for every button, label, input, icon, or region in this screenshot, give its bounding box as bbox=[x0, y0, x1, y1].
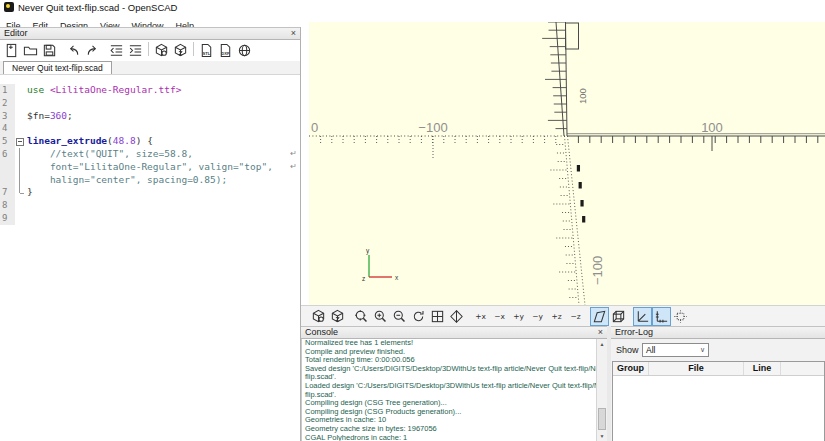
close-icon[interactable]: × bbox=[291, 28, 296, 39]
export-dxf-button[interactable]: DXF bbox=[216, 41, 235, 60]
zoom-out-button[interactable] bbox=[390, 307, 409, 326]
fold-margin bbox=[15, 110, 24, 123]
export-stl-button[interactable]: STL bbox=[197, 41, 216, 60]
svg-text:100: 100 bbox=[701, 120, 723, 135]
open-button[interactable] bbox=[21, 41, 40, 60]
print-3d-button[interactable] bbox=[235, 41, 254, 60]
axis-minus-z-icon: −z bbox=[570, 312, 580, 321]
view-back-button[interactable]: +y bbox=[509, 307, 528, 326]
show-axes-icon bbox=[635, 309, 650, 324]
error-filter-dropdown[interactable]: All ∨ bbox=[642, 343, 709, 357]
perspective-button[interactable] bbox=[590, 307, 609, 326]
scroll-up-icon[interactable]: ▲ bbox=[597, 339, 607, 349]
zoom-all-button[interactable] bbox=[352, 307, 371, 326]
editor-tab-bar: Never Quit text-flip.scad bbox=[0, 61, 300, 75]
column-header-group: Group bbox=[613, 362, 649, 375]
view-right-button[interactable]: +x bbox=[471, 307, 490, 326]
fold-margin[interactable] bbox=[15, 135, 24, 148]
render-button[interactable] bbox=[171, 41, 190, 60]
line-number: 3 bbox=[0, 110, 15, 123]
error-table: GroupFileLine bbox=[612, 361, 825, 441]
toolbar-separator bbox=[148, 42, 149, 56]
axis-minus-x-icon: −x bbox=[494, 312, 505, 321]
view-toolbar: +x−x+y−y+z−z bbox=[301, 305, 825, 326]
zoom-all-icon bbox=[354, 309, 369, 324]
scrollbar-thumb[interactable] bbox=[598, 408, 606, 430]
column-header-file: File bbox=[649, 362, 744, 375]
wrap-marker-icon: ↵ bbox=[290, 161, 297, 174]
viewport-canvas: 0−100100100−100yzx bbox=[309, 22, 825, 305]
view-front-button[interactable]: −y bbox=[528, 307, 547, 326]
line-number bbox=[0, 174, 15, 187]
svg-text:DXF: DXF bbox=[221, 51, 230, 56]
code-row: 5linear_extrude(48.8) { bbox=[0, 135, 300, 148]
editor-panel-title: Editor bbox=[4, 28, 28, 38]
export-dxf-icon: DXF bbox=[218, 43, 233, 58]
save-button[interactable] bbox=[40, 41, 59, 60]
error-log-filter-row: Show All ∨ bbox=[611, 340, 825, 358]
code-text bbox=[24, 212, 27, 225]
unindent-button[interactable] bbox=[107, 41, 126, 60]
line-number: 8 bbox=[0, 199, 15, 212]
column-header-line: Line bbox=[744, 362, 781, 375]
view-left-button[interactable]: −x bbox=[490, 307, 509, 326]
new-file-button[interactable] bbox=[2, 41, 21, 60]
title-bar: Never Quit text-flip.scad - OpenSCAD bbox=[0, 0, 825, 15]
error-log-header: Error-Log bbox=[611, 326, 825, 339]
error-filter-value: All bbox=[646, 345, 655, 355]
redo-button[interactable] bbox=[83, 41, 102, 60]
zoom-in-icon bbox=[373, 309, 388, 324]
indent-button[interactable] bbox=[126, 41, 145, 60]
code-row: 1use <LilitaOne-Regular.ttf> bbox=[0, 84, 300, 97]
console-output: Normalized tree has 1 elements!Compile a… bbox=[301, 339, 607, 441]
render-button[interactable] bbox=[328, 307, 347, 326]
view-all-button[interactable] bbox=[428, 307, 447, 326]
viewport-3d[interactable]: 0−100100100−100yzx bbox=[309, 22, 825, 305]
close-icon[interactable]: × bbox=[598, 327, 603, 338]
tab-never-quit-text-flip[interactable]: Never Quit text-flip.scad bbox=[3, 61, 112, 74]
openscad-logo-icon bbox=[4, 2, 14, 12]
perspective-icon bbox=[592, 309, 607, 324]
zoom-in-button[interactable] bbox=[371, 307, 390, 326]
new-file-icon bbox=[4, 43, 19, 58]
svg-text:−100: −100 bbox=[418, 120, 447, 135]
column-header-blank bbox=[781, 362, 824, 375]
preview-button[interactable] bbox=[309, 307, 328, 326]
view-bottom-button[interactable]: −z bbox=[566, 307, 585, 326]
code-text bbox=[24, 199, 27, 212]
code-text: use <LilitaOne-Regular.ttf> bbox=[24, 84, 181, 97]
wrap-marker-icon: ↵ bbox=[290, 148, 297, 161]
render-icon bbox=[330, 309, 345, 324]
orthogonal-icon bbox=[611, 309, 626, 324]
view-top-button[interactable]: +z bbox=[547, 307, 566, 326]
console-scrollbar[interactable]: ▲ ▼ bbox=[596, 339, 607, 441]
svg-text:100: 100 bbox=[577, 88, 588, 104]
show-crosshairs-button[interactable] bbox=[671, 307, 690, 326]
code-row: 2 bbox=[0, 97, 300, 110]
preview-button[interactable] bbox=[152, 41, 171, 60]
show-axes-button[interactable] bbox=[633, 307, 652, 326]
axis-minus-y-icon: −y bbox=[532, 312, 543, 321]
show-edges-button[interactable] bbox=[447, 307, 466, 326]
code-row: 9 bbox=[0, 212, 300, 225]
scroll-down-icon[interactable]: ▼ bbox=[597, 431, 607, 441]
code-row: 4 bbox=[0, 122, 300, 135]
editor-panel-header: Editor × bbox=[0, 27, 300, 40]
render-icon bbox=[173, 43, 188, 58]
svg-text:−100: −100 bbox=[590, 256, 605, 285]
console-panel-title: Console bbox=[305, 327, 338, 337]
console-panel: Console × Normalized tree has 1 elements… bbox=[301, 326, 607, 441]
error-table-header: GroupFileLine bbox=[613, 362, 824, 376]
line-number: 2 bbox=[0, 97, 15, 110]
code-editor[interactable]: 1use <LilitaOne-Regular.ttf>23$fn=360;45… bbox=[0, 84, 300, 441]
undo-button[interactable] bbox=[64, 41, 83, 60]
orthogonal-button[interactable] bbox=[609, 307, 628, 326]
reset-view-button[interactable] bbox=[409, 307, 428, 326]
show-scale-markers-button[interactable] bbox=[652, 307, 671, 326]
preview-icon bbox=[311, 309, 326, 324]
fold-margin bbox=[15, 161, 24, 174]
axis-plus-y-icon: +y bbox=[513, 312, 524, 321]
undo-icon bbox=[66, 43, 81, 58]
fold-margin bbox=[15, 97, 24, 110]
code-row: font="LilitaOne-Regular", valign="top",↵ bbox=[0, 161, 300, 174]
